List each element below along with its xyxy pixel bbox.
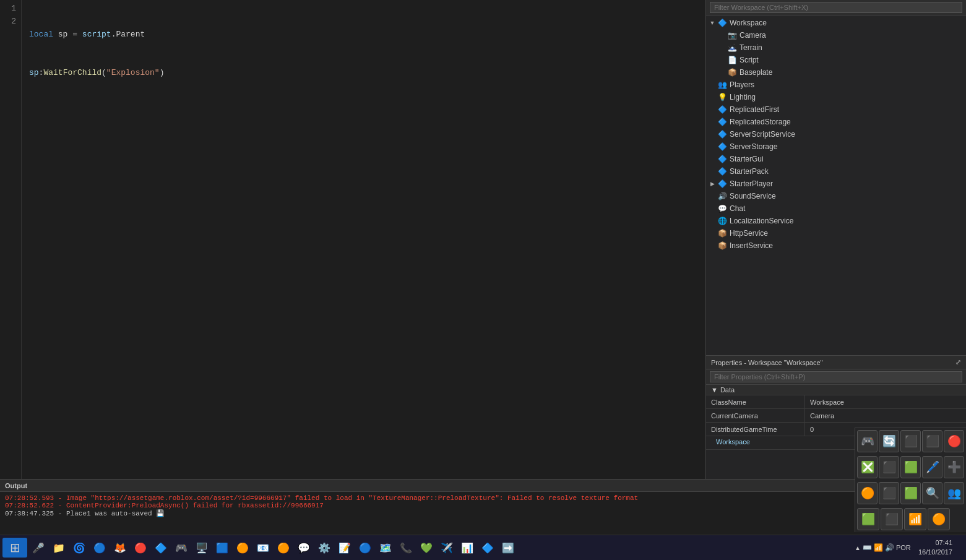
tree-item-serverscriptservice[interactable]: 🔷ServerScriptService (706, 128, 966, 140)
tree-item-serverstorage[interactable]: 🔷ServerStorage (706, 140, 966, 153)
steam-icon[interactable]: 🎮 (171, 538, 191, 558)
mic-icon[interactable]: 🎤 (28, 538, 48, 558)
plugin-icon-3-3[interactable]: 🟠 (928, 508, 950, 530)
maps-icon[interactable]: 🗺️ (376, 538, 395, 558)
tree-icon-chat: 💬 (717, 204, 727, 213)
up-arrow-icon[interactable]: ▲ (855, 545, 861, 551)
email-icon[interactable]: 📧 (253, 538, 273, 558)
phone-icon[interactable]: 📞 (396, 538, 416, 558)
tree-item-soundservice[interactable]: 🔊SoundService (706, 190, 966, 202)
notepad-icon[interactable]: 📝 (335, 538, 355, 558)
start-button[interactable]: ⊞ (2, 538, 27, 558)
prop-row-currentcamera: CurrentCameraCamera (706, 409, 966, 423)
vlc-icon[interactable]: 🟠 (274, 538, 293, 558)
tree-item-workspace[interactable]: ▼🔷Workspace (706, 17, 966, 29)
tree-icon-serverstorage: 🔷 (717, 142, 727, 152)
code-content[interactable]: local sp = script .Parent sp : WaitForCh… (22, 0, 705, 479)
tree-item-lighting[interactable]: 💡Lighting (706, 91, 966, 103)
tree-item-replicatedfirst[interactable]: 🔷ReplicatedFirst (706, 103, 966, 116)
chart-icon[interactable]: 📊 (457, 538, 477, 558)
discord-icon[interactable]: 💬 (294, 538, 314, 558)
properties-filter-input[interactable] (710, 371, 962, 382)
tree-item-replicatedstorage[interactable]: 🔷ReplicatedStorage (706, 116, 966, 128)
plugin-icon-3-0[interactable]: 🟩 (857, 508, 879, 530)
tree-label-script: Script (740, 56, 759, 64)
tree-item-players[interactable]: 👥Players (706, 79, 966, 91)
plugin-icon-1-4[interactable]: ➕ (944, 456, 964, 478)
tree-item-script[interactable]: 📄Script (706, 54, 966, 66)
tree-label-starterpack: StarterPack (730, 167, 769, 176)
git-icon[interactable]: ⚙️ (314, 538, 334, 558)
language-label[interactable]: POR (896, 544, 915, 551)
plugin-icon-2-2[interactable]: 🟩 (900, 482, 921, 504)
tree-item-localizationservice[interactable]: 🌐LocalizationService (706, 215, 966, 227)
plugin-icon-1-3[interactable]: 🖊️ (922, 456, 942, 478)
plugin-icon-2-3[interactable]: 🔍 (922, 482, 942, 504)
properties-data-header: ▼ Data (706, 385, 966, 395)
tree-item-startergui[interactable]: 🔷StarterGui (706, 153, 966, 165)
line-numbers: 1 2 (0, 0, 22, 479)
telegram-icon[interactable]: ✈️ (437, 538, 457, 558)
tree-arrow-insertservice (709, 242, 716, 249)
plugin-row-1: ❎⬛🟩🖊️➕ (855, 454, 966, 480)
tree-arrow-soundservice (709, 192, 716, 200)
blender-icon[interactable]: 🟠 (233, 538, 252, 558)
explorer-filter-input[interactable] (710, 2, 962, 13)
tree-arrow-lighting (709, 93, 716, 101)
roblox-icon[interactable]: 🔷 (478, 538, 498, 558)
tree-arrow-chat (709, 205, 716, 212)
ps-icon[interactable]: 🟦 (212, 538, 232, 558)
output-message: 07:28:52.622 - ContentProvider:PreloadAs… (5, 502, 961, 509)
plugin-icon-1-0[interactable]: ❎ (857, 456, 878, 478)
token-explosion-str: "Explosion" (106, 67, 160, 80)
browser-icon[interactable]: 🌀 (69, 538, 89, 558)
tree-arrow-replicatedfirst (709, 106, 716, 113)
plugin-icon-3-1[interactable]: ⬛ (881, 508, 903, 530)
plugin-icon-0-1[interactable]: 🔄 (879, 430, 899, 452)
explorer-filter-bar (706, 0, 966, 15)
arrow-icon[interactable]: ➡️ (498, 538, 518, 558)
taskbar-clock[interactable]: 07:41 16/10/2017 (918, 538, 957, 558)
properties-expand-icon[interactable]: ⤢ (955, 358, 961, 366)
plugin-icon-2-0[interactable]: 🟠 (857, 482, 878, 504)
firefox-icon[interactable]: 🦊 (110, 538, 130, 558)
tree-label-players: Players (730, 80, 754, 89)
plugin-icon-0-2[interactable]: ⬛ (900, 430, 921, 452)
explorer-icon[interactable]: 📁 (49, 538, 69, 558)
tree-icon-workspace: 🔷 (717, 18, 727, 28)
plugin-icon-0-0[interactable]: 🎮 (857, 430, 878, 452)
whatsapp-icon[interactable]: 💚 (416, 538, 436, 558)
chrome-icon[interactable]: 🔵 (90, 538, 110, 558)
tree-label-serverstorage: ServerStorage (730, 142, 777, 151)
monitor-icon[interactable]: 🖥️ (192, 538, 212, 558)
plugin-icon-2-1[interactable]: ⬛ (879, 482, 899, 504)
tree-arrow-terrain (718, 44, 726, 51)
tree-item-baseplate[interactable]: 📦Baseplate (706, 66, 966, 79)
plugin-icon-0-3[interactable]: ⬛ (922, 430, 942, 452)
tree-item-httpservice[interactable]: 📦HttpService (706, 227, 966, 239)
tree-label-lighting: Lighting (730, 93, 756, 101)
prop-value-classname: Workspace (805, 395, 966, 408)
tree-item-starterpack[interactable]: 🔷StarterPack (706, 165, 966, 178)
tree-item-terrain[interactable]: 🗻Terrain (706, 41, 966, 54)
code-editor[interactable]: 1 2 local sp = script .Parent sp : WaitF… (0, 0, 706, 479)
tree-icon-localizationservice: 🌐 (717, 216, 727, 226)
plugin-icon-2-4[interactable]: 👥 (944, 482, 964, 504)
token-open-paren: ( (101, 67, 106, 80)
tree-item-chat[interactable]: 💬Chat (706, 202, 966, 215)
plugin-icon-1-1[interactable]: ⬛ (879, 456, 899, 478)
token-sp-assign: sp = (53, 28, 82, 41)
word-icon[interactable]: 🔵 (355, 538, 375, 558)
ie-icon[interactable]: 🔷 (151, 538, 171, 558)
tree-item-camera[interactable]: 📷Camera (706, 29, 966, 41)
tree-icon-serverscriptservice: 🔷 (717, 129, 727, 139)
tree-item-starterplayer[interactable]: ▶🔷StarterPlayer (706, 178, 966, 190)
volume-icon: 🔊 (885, 543, 894, 552)
plugin-icon-0-4[interactable]: 🔴 (944, 430, 964, 452)
tree-label-workspace: Workspace (730, 19, 767, 27)
plugin-icon-1-2[interactable]: 🟩 (900, 456, 921, 478)
output-message: 07:28:52.593 - Image "https://assetgame.… (5, 494, 961, 502)
opera-icon[interactable]: 🔴 (131, 538, 150, 558)
plugin-icon-3-2[interactable]: 📶 (904, 508, 926, 530)
tree-item-insertservice[interactable]: 📦InsertService (706, 239, 966, 252)
